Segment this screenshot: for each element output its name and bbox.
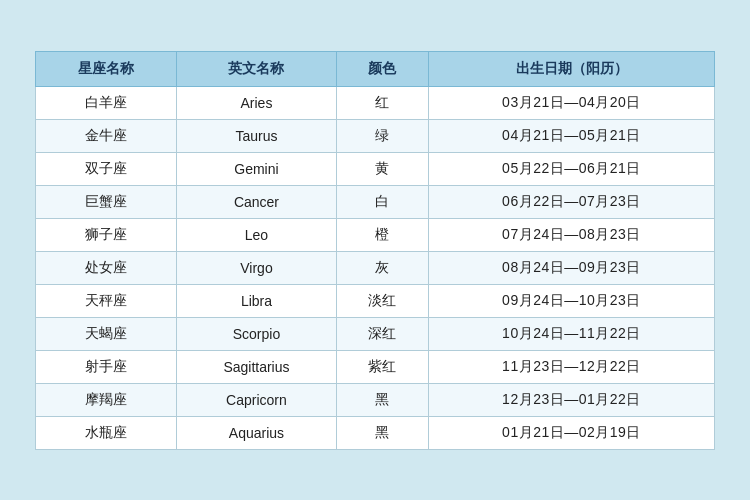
zodiac-table: 星座名称 英文名称 颜色 出生日期（阳历） 白羊座Aries红03月21日—04…	[35, 51, 715, 450]
chinese-name: 巨蟹座	[36, 185, 177, 218]
table-header-row: 星座名称 英文名称 颜色 出生日期（阳历）	[36, 51, 715, 86]
chinese-name: 天秤座	[36, 284, 177, 317]
date-range: 06月22日—07月23日	[429, 185, 715, 218]
date-range: 03月21日—04月20日	[429, 86, 715, 119]
table-row: 狮子座Leo橙07月24日—08月23日	[36, 218, 715, 251]
color-value: 红	[336, 86, 429, 119]
english-name: Scorpio	[177, 317, 336, 350]
date-range: 04月21日—05月21日	[429, 119, 715, 152]
color-value: 白	[336, 185, 429, 218]
table-row: 水瓶座Aquarius黑01月21日—02月19日	[36, 416, 715, 449]
color-value: 深红	[336, 317, 429, 350]
color-value: 黑	[336, 416, 429, 449]
chinese-name: 射手座	[36, 350, 177, 383]
chinese-name: 水瓶座	[36, 416, 177, 449]
date-range: 01月21日—02月19日	[429, 416, 715, 449]
chinese-name: 双子座	[36, 152, 177, 185]
color-value: 黑	[336, 383, 429, 416]
chinese-name: 天蝎座	[36, 317, 177, 350]
color-value: 绿	[336, 119, 429, 152]
date-range: 05月22日—06月21日	[429, 152, 715, 185]
table-row: 天秤座Libra淡红09月24日—10月23日	[36, 284, 715, 317]
english-name: Sagittarius	[177, 350, 336, 383]
col-header-english: 英文名称	[177, 51, 336, 86]
table-row: 白羊座Aries红03月21日—04月20日	[36, 86, 715, 119]
english-name: Aries	[177, 86, 336, 119]
chinese-name: 狮子座	[36, 218, 177, 251]
english-name: Gemini	[177, 152, 336, 185]
col-header-dates: 出生日期（阳历）	[429, 51, 715, 86]
table-row: 天蝎座Scorpio深红10月24日—11月22日	[36, 317, 715, 350]
color-value: 橙	[336, 218, 429, 251]
english-name: Taurus	[177, 119, 336, 152]
chinese-name: 白羊座	[36, 86, 177, 119]
table-row: 巨蟹座Cancer白06月22日—07月23日	[36, 185, 715, 218]
color-value: 黄	[336, 152, 429, 185]
chinese-name: 金牛座	[36, 119, 177, 152]
english-name: Leo	[177, 218, 336, 251]
table-row: 金牛座Taurus绿04月21日—05月21日	[36, 119, 715, 152]
date-range: 11月23日—12月22日	[429, 350, 715, 383]
main-container: 星座名称 英文名称 颜色 出生日期（阳历） 白羊座Aries红03月21日—04…	[15, 41, 735, 460]
english-name: Capricorn	[177, 383, 336, 416]
table-row: 处女座Virgo灰08月24日—09月23日	[36, 251, 715, 284]
english-name: Aquarius	[177, 416, 336, 449]
english-name: Libra	[177, 284, 336, 317]
table-row: 射手座Sagittarius紫红11月23日—12月22日	[36, 350, 715, 383]
date-range: 09月24日—10月23日	[429, 284, 715, 317]
date-range: 10月24日—11月22日	[429, 317, 715, 350]
table-row: 双子座Gemini黄05月22日—06月21日	[36, 152, 715, 185]
color-value: 淡红	[336, 284, 429, 317]
english-name: Cancer	[177, 185, 336, 218]
date-range: 08月24日—09月23日	[429, 251, 715, 284]
chinese-name: 摩羯座	[36, 383, 177, 416]
english-name: Virgo	[177, 251, 336, 284]
color-value: 灰	[336, 251, 429, 284]
date-range: 12月23日—01月22日	[429, 383, 715, 416]
date-range: 07月24日—08月23日	[429, 218, 715, 251]
table-row: 摩羯座Capricorn黑12月23日—01月22日	[36, 383, 715, 416]
color-value: 紫红	[336, 350, 429, 383]
col-header-chinese: 星座名称	[36, 51, 177, 86]
chinese-name: 处女座	[36, 251, 177, 284]
col-header-color: 颜色	[336, 51, 429, 86]
